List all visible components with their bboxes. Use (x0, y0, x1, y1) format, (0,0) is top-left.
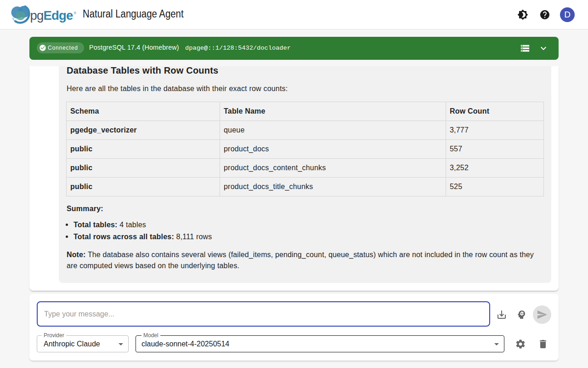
svg-text:®: ® (74, 11, 77, 15)
svg-text:Edge: Edge (44, 8, 74, 23)
svg-text:pg: pg (30, 8, 44, 23)
